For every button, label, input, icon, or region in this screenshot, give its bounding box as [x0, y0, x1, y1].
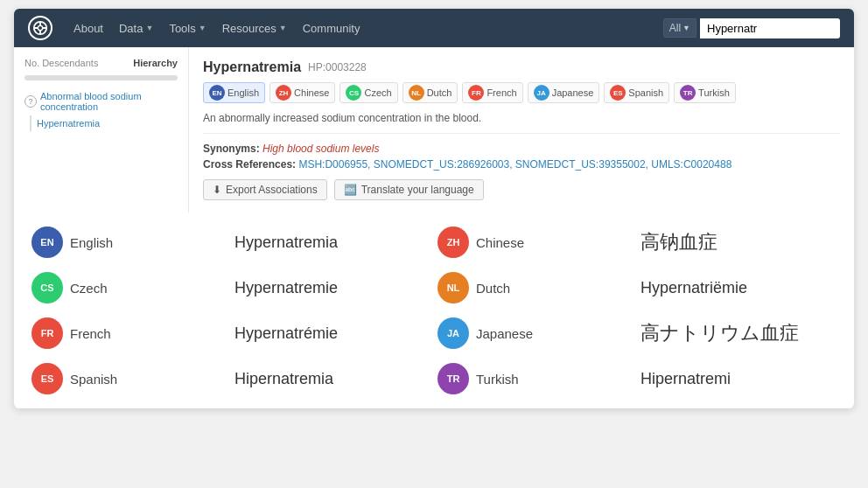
- hierarchy-bar: [24, 75, 178, 80]
- content-area: No. Descendants Hierarchy ? Abnormal blo…: [14, 47, 854, 213]
- lang-translation-es: Hipernatremia: [234, 363, 430, 394]
- term-title-row: Hypernatremia HP:0003228: [203, 59, 840, 75]
- nav-community[interactable]: Community: [303, 22, 360, 35]
- synonyms-value: High blood sodium levels: [262, 143, 379, 155]
- nav-tools[interactable]: Tools ▼: [169, 22, 206, 35]
- lang-badge-nl: NL: [438, 272, 469, 303]
- lang-translation-zh: 高钠血症: [640, 227, 836, 258]
- badge-tr[interactable]: TR Turkish: [674, 82, 736, 103]
- badge-nl[interactable]: NL Dutch: [402, 82, 458, 103]
- navbar: About Data ▼ Tools ▼ Resources ▼ Communi…: [14, 9, 854, 47]
- tree-info-icon: ?: [24, 95, 37, 108]
- lang-name-fr: French: [70, 326, 111, 341]
- lang-cell-nl: NL Dutch: [438, 272, 634, 303]
- lang-cell-fr: FR French: [32, 317, 228, 349]
- lang-cell-cs: CS Czech: [32, 272, 228, 303]
- lang-translation-tr: Hipernatremi: [640, 363, 836, 394]
- search-bar: All ▼: [663, 18, 840, 38]
- nav-about[interactable]: About: [74, 22, 103, 35]
- export-icon: ⬇: [213, 184, 221, 196]
- search-input[interactable]: [700, 18, 840, 38]
- lang-name-es: Spanish: [70, 372, 117, 387]
- data-caret: ▼: [145, 24, 153, 32]
- synonyms-section: Synonyms: High blood sodium levels: [203, 143, 840, 155]
- translation-tr: Hipernatremi: [640, 370, 731, 388]
- tree-parent-item[interactable]: ? Abnormal blood sodium concentration: [14, 87, 188, 115]
- dropdown-caret: ▼: [682, 24, 690, 32]
- badge-ja[interactable]: JA Japanese: [528, 82, 600, 103]
- svg-point-1: [38, 25, 42, 30]
- panel-headers: No. Descendants Hierarchy: [14, 58, 188, 75]
- nav-data[interactable]: Data ▼: [119, 22, 153, 35]
- translate-btn[interactable]: 🔤 Translate your language: [334, 179, 484, 200]
- lang-cell-zh: ZH Chinese: [438, 227, 634, 258]
- lang-badge-ja: JA: [438, 317, 469, 349]
- lang-name-en: English: [70, 235, 113, 250]
- lang-translation-en: Hypernatremia: [234, 227, 430, 258]
- translation-es: Hipernatremia: [234, 370, 333, 388]
- badge-es[interactable]: ES Spanish: [604, 82, 669, 103]
- translation-ja: 高ナトリウム血症: [640, 320, 799, 346]
- lang-badge-es: ES: [32, 363, 63, 394]
- language-grid: EN English Hypernatremia ZH Chinese 高钠血症…: [14, 213, 854, 408]
- term-id: HP:0003228: [308, 61, 367, 73]
- lang-badge-zh: ZH: [438, 227, 469, 258]
- lang-badge-en: EN: [32, 227, 63, 258]
- main-card: About Data ▼ Tools ▼ Resources ▼ Communi…: [14, 9, 854, 408]
- synonyms-label: Synonyms:: [203, 143, 260, 155]
- lang-name-nl: Dutch: [476, 281, 510, 296]
- action-buttons: ⬇ Export Associations 🔤 Translate your l…: [203, 179, 840, 200]
- translation-en: Hypernatremia: [234, 234, 338, 252]
- left-panel: No. Descendants Hierarchy ? Abnormal blo…: [14, 47, 189, 213]
- badge-circle-cs: CS: [346, 85, 361, 101]
- badge-en[interactable]: EN English: [203, 82, 265, 103]
- lang-name-tr: Turkish: [476, 372, 519, 387]
- lang-cell-en: EN English: [32, 227, 228, 258]
- badge-circle-en: EN: [209, 85, 225, 101]
- tools-caret: ▼: [199, 24, 206, 32]
- lang-name-zh: Chinese: [476, 235, 524, 250]
- translation-zh: 高钠血症: [640, 229, 718, 255]
- translation-fr: Hypernatrémie: [234, 324, 338, 343]
- term-name: Hypernatremia: [203, 59, 301, 75]
- lang-cell-ja: JA Japanese: [438, 317, 634, 349]
- lang-badge-cs: CS: [32, 272, 63, 303]
- lang-name-ja: Japanese: [476, 326, 533, 341]
- crossrefs-section: Cross References: MSH:D006955, SNOMEDCT_…: [203, 158, 840, 171]
- translation-cs: Hypernatremie: [234, 279, 338, 297]
- search-scope-dropdown[interactable]: All ▼: [663, 18, 696, 38]
- crossrefs-label: Cross References:: [203, 158, 296, 171]
- lang-badge-fr: FR: [32, 317, 63, 349]
- badge-cs[interactable]: CS Czech: [340, 82, 397, 103]
- badge-circle-es: ES: [610, 85, 626, 101]
- lang-translation-fr: Hypernatrémie: [234, 317, 430, 349]
- badge-zh[interactable]: ZH Chinese: [270, 82, 335, 103]
- badge-circle-zh: ZH: [276, 85, 291, 101]
- badge-circle-fr: FR: [468, 85, 484, 101]
- badge-circle-ja: JA: [534, 85, 550, 101]
- lang-translation-nl: Hypernatriëmie: [640, 272, 836, 303]
- translate-icon: 🔤: [344, 184, 357, 196]
- right-panel: Hypernatremia HP:0003228 EN English ZH C…: [189, 47, 854, 213]
- resources-caret: ▼: [279, 24, 287, 32]
- navbar-links: About Data ▼ Tools ▼ Resources ▼ Communi…: [74, 22, 642, 35]
- translation-nl: Hypernatriëmie: [640, 279, 747, 297]
- lang-name-cs: Czech: [70, 281, 108, 296]
- crossrefs-value: MSH:D006955, SNOMEDCT_US:286926003, SNOM…: [298, 158, 732, 171]
- lang-translation-cs: Hypernatremie: [234, 272, 430, 303]
- badge-circle-tr: TR: [680, 85, 696, 101]
- term-definition: An abnormally increased sodium concentra…: [203, 112, 840, 134]
- badge-fr[interactable]: FR French: [462, 82, 522, 103]
- lang-translation-ja: 高ナトリウム血症: [640, 317, 836, 349]
- no-descendants-label: No. Descendants: [24, 58, 98, 68]
- lang-cell-tr: TR Turkish: [438, 363, 634, 394]
- lang-badge-tr: TR: [438, 363, 469, 394]
- tree-active-item[interactable]: Hypernatremia: [30, 115, 188, 131]
- badge-circle-nl: NL: [409, 85, 424, 101]
- hierarchy-label: Hierarchy: [133, 58, 178, 68]
- nav-resources[interactable]: Resources ▼: [222, 22, 287, 35]
- language-badge-row: EN English ZH Chinese CS Czech NL Dutch …: [203, 82, 840, 103]
- logo[interactable]: [28, 16, 52, 40]
- lang-cell-es: ES Spanish: [32, 363, 228, 394]
- export-btn[interactable]: ⬇ Export Associations: [203, 179, 327, 200]
